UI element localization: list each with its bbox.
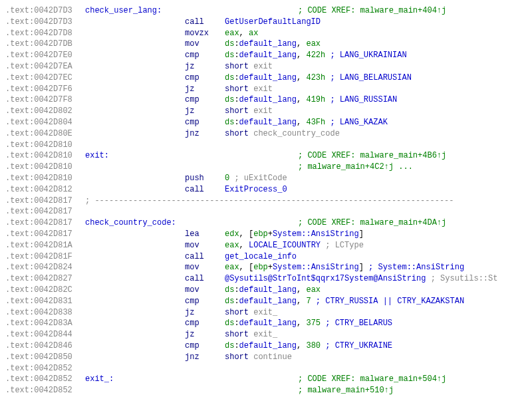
asm-line[interactable]: .text:0042D7D3callGetUserDefaultLangID [5, 17, 527, 28]
mnemonic: cmp [185, 95, 200, 104]
asm-line[interactable]: .text:0042D844jzshort exit_ [5, 329, 527, 340]
address: .text:0042D810 [5, 140, 85, 151]
separator: ; --------------------------------------… [85, 196, 454, 207]
asm-line[interactable]: .text:0042D824moveax, [ebp+System::AnsiS… [5, 262, 527, 273]
asm-line[interactable]: .text:0042D80Ejnzshort check_country_cod… [5, 128, 527, 140]
asm-line[interactable]: .text:0042D7D8movzxeax, ax [5, 28, 527, 39]
asm-line[interactable]: .text:0042D817 ; -----------------------… [5, 196, 527, 207]
address: .text:0042D804 [5, 117, 85, 128]
operands: ds:default_lang, 419h ; LANG_RUSSIAN [225, 94, 397, 106]
address: .text:0042D80E [5, 128, 85, 140]
address: .text:0042D81A [5, 240, 85, 251]
asm-line[interactable]: .text:0042D810push0 ; uExitCode [5, 173, 527, 184]
asm-line[interactable]: .text:0042D852 [5, 363, 527, 374]
code-label[interactable]: check_user_lang: [85, 6, 162, 15]
disassembly-listing: .text:0042D7D3 check_user_lang:; CODE XR… [5, 5, 527, 397]
asm-line[interactable]: .text:0042D802jzshort exit [5, 106, 527, 117]
xref-comment[interactable]: ; CODE XREF: malware_main+4DA↑j [298, 217, 446, 229]
xref-comment[interactable]: ; CODE XREF: malware_main+404↑j [298, 5, 446, 17]
xref-comment[interactable]: ; CODE XREF: malware_main+4B6↑j [298, 150, 446, 162]
mnemonic: movzx [185, 29, 209, 38]
asm-line[interactable]: .text:0042D7DBmovds:default_lang, eax [5, 39, 527, 50]
operands: short exit [225, 61, 273, 72]
operands: ds:default_lang, eax [225, 39, 321, 50]
xref-comment[interactable]: ; CODE XREF: malware_main+504↑j [298, 374, 446, 385]
operands: ds:default_lang, 43Fh ; LANG_KAZAK [225, 117, 388, 128]
operands: ds:default_lang, 423h ; LANG_BELARUSIAN [225, 72, 412, 84]
asm-line[interactable]: .text:0042D83Acmpds:default_lang, 375 ; … [5, 318, 527, 329]
asm-line[interactable]: .text:0042D7F6jzshort exit [5, 84, 527, 95]
mnemonic: mov [185, 263, 200, 272]
code-label[interactable]: exit: [85, 151, 109, 160]
asm-line[interactable]: .text:0042D852; malware_main+510↑j [5, 385, 527, 396]
asm-line[interactable]: .text:0042D810 [5, 140, 527, 151]
asm-line[interactable]: .text:0042D810 exit:; CODE XREF: malware… [5, 150, 527, 162]
asm-line[interactable]: .text:0042D838jzshort exit_ [5, 307, 527, 319]
xref-comment[interactable]: ; malware_main+4C2↑j ... [298, 162, 413, 173]
address: .text:0042D831 [5, 296, 85, 307]
operands: ExitProcess_0 [225, 184, 287, 196]
mnemonic: jnz [185, 352, 200, 362]
comment: ; CTRY_RUSSIA || CTRY_KAZAKSTAN [311, 297, 464, 306]
address: .text:0042D810 [5, 173, 85, 184]
address: .text:0042D852 [5, 374, 85, 385]
asm-line[interactable]: .text:0042D812callExitProcess_0 [5, 184, 527, 196]
operands: ds:default_lang, 375 ; CTRY_BELARUS [225, 318, 392, 329]
asm-line[interactable]: .text:0042D81Fcallget_locale_info [5, 251, 527, 263]
code-label[interactable]: check_country_code: [85, 218, 176, 227]
operands: eax, [ebp+System::AnsiString] ; System::… [225, 262, 464, 273]
asm-line[interactable]: .text:0042D817 [5, 206, 527, 217]
operands: ds:default_lang, eax [225, 285, 321, 296]
address: .text:0042D838 [5, 307, 85, 319]
asm-line[interactable]: .text:0042D810; malware_main+4C2↑j ... [5, 162, 527, 173]
operands: eax, ax [225, 28, 258, 39]
mnemonic: jz [185, 106, 194, 116]
asm-line[interactable]: .text:0042D7D3 check_user_lang:; CODE XR… [5, 5, 527, 17]
code-label[interactable]: exit_: [85, 374, 114, 384]
operands: eax, LOCALE_ICOUNTRY ; LCType [225, 240, 364, 251]
asm-line[interactable]: .text:0042D846cmpds:default_lang, 380 ; … [5, 340, 527, 352]
operands: short check_country_code [225, 128, 340, 140]
address: .text:0042D7EC [5, 72, 85, 84]
address: .text:0042D7D3 [5, 5, 85, 17]
asm-line[interactable]: .text:0042D7EAjzshort exit [5, 61, 527, 72]
operands: 0 ; uExitCode [225, 173, 287, 184]
mnemonic: cmp [185, 319, 200, 328]
operands: ds:default_lang, 7 ; CTRY_RUSSIA || CTRY… [225, 296, 464, 307]
asm-line[interactable]: .text:0042D827call@Sysutils@StrToInt$qqr… [5, 273, 527, 285]
mnemonic: cmp [185, 118, 200, 127]
address: .text:0042D7EA [5, 61, 85, 72]
operands: ds:default_lang, 422h ; LANG_UKRAINIAN [225, 50, 407, 61]
asm-line[interactable]: .text:0042D7ECcmpds:default_lang, 423h ;… [5, 72, 527, 84]
address: .text:0042D7E0 [5, 50, 85, 61]
asm-line[interactable]: .text:0042D81Amoveax, LOCALE_ICOUNTRY ; … [5, 240, 527, 251]
asm-line[interactable]: .text:0042D817leaedx, [ebp+System::AnsiS… [5, 229, 527, 240]
asm-line[interactable]: .text:0042D831cmpds:default_lang, 7 ; CT… [5, 296, 527, 307]
mnemonic: lea [185, 229, 200, 239]
comment: ; CTRY_UKRAINE [321, 341, 392, 350]
address: .text:0042D82C [5, 285, 85, 296]
comment: ; LANG_KAZAK [325, 118, 388, 127]
operands: short exit_ [225, 307, 277, 319]
address: .text:0042D852 [5, 385, 85, 396]
asm-line[interactable]: .text:0042D852 exit_:; CODE XREF: malwar… [5, 374, 527, 385]
operands: GetUserDefaultLangID [225, 17, 321, 28]
mnemonic: mov [185, 285, 200, 295]
address: .text:0042D810 [5, 162, 85, 173]
asm-line[interactable]: .text:0042D804cmpds:default_lang, 43Fh ;… [5, 117, 527, 128]
mnemonic: mov [185, 39, 200, 49]
asm-line[interactable]: .text:0042D817 check_country_code:; CODE… [5, 217, 527, 229]
asm-line[interactable]: .text:0042D850jnzshort continue [5, 352, 527, 363]
mnemonic: cmp [185, 341, 200, 350]
comment: ; LANG_BELARUSIAN [325, 73, 412, 82]
asm-line[interactable]: .text:0042D7F8cmpds:default_lang, 419h ;… [5, 94, 527, 106]
operands: short exit [225, 106, 273, 117]
address: .text:0042D7F6 [5, 84, 85, 95]
mnemonic: cmp [185, 51, 200, 60]
mnemonic: cmp [185, 73, 200, 82]
asm-line[interactable]: .text:0042D82Cmovds:default_lang, eax [5, 285, 527, 296]
address: .text:0042D817 [5, 217, 85, 229]
xref-comment[interactable]: ; malware_main+510↑j [298, 385, 394, 396]
asm-line[interactable]: .text:0042D7E0cmpds:default_lang, 422h ;… [5, 50, 527, 61]
comment: ; CTRY_BELARUS [321, 319, 392, 328]
